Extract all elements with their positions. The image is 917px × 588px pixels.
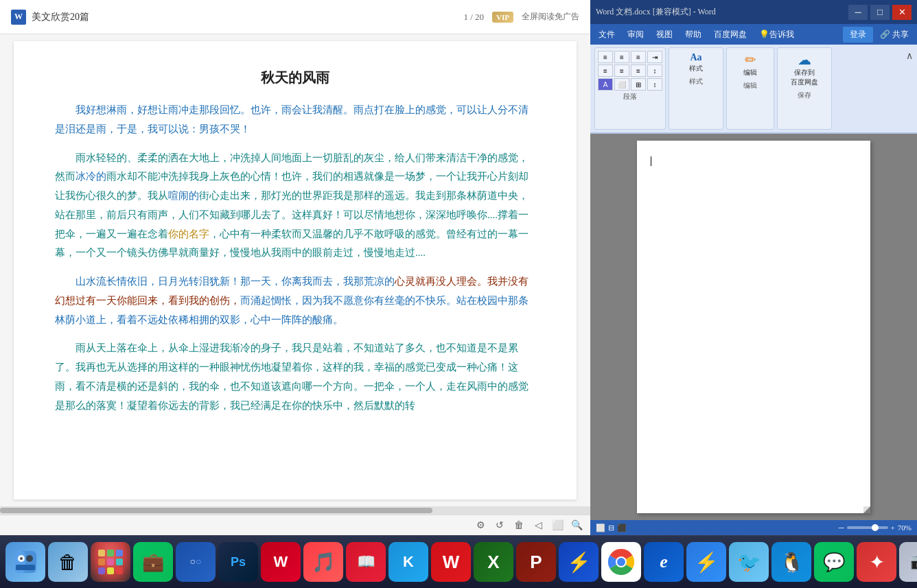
- doc-scrollbar-thumb[interactable]: [0, 508, 432, 513]
- taskbar-icon-wps-x[interactable]: X: [474, 542, 513, 582]
- ribbon-para-label: 段落: [623, 92, 637, 102]
- ribbon-para-sort[interactable]: ↕: [647, 78, 662, 91]
- menu-share[interactable]: 🔗 共享: [874, 26, 914, 43]
- bottom-icon-search[interactable]: 🔍: [570, 519, 583, 532]
- ribbon-para-col[interactable]: ⊞: [631, 78, 646, 91]
- zoom-slider[interactable]: [847, 526, 888, 529]
- taskbar-icon-screen[interactable]: 📷: [899, 542, 917, 582]
- doc-title-left: W 美文欣赏20篇: [11, 10, 89, 25]
- page-corner: [863, 506, 870, 513]
- win-minimize-btn[interactable]: ─: [848, 5, 868, 20]
- svg-point-3: [26, 555, 33, 562]
- doc-bottom-bar: ⚙ ↺ 🗑 ◁ ⬜ 🔍: [0, 515, 590, 535]
- paragraph-2: 雨水轻轻的、柔柔的洒在大地上，冲洗掉人间地面上一切脏乱的灰尘，给人们带来清洁干净…: [55, 149, 535, 263]
- ribbon-style-btns: Aa 样式: [681, 51, 711, 75]
- ribbon-edit-btn[interactable]: ✏ 编辑: [735, 51, 765, 80]
- bottom-icon-1[interactable]: ⚙: [474, 519, 487, 532]
- taskbar-icon-ie[interactable]: e: [644, 542, 684, 582]
- taskbar-icon-trash[interactable]: 🗑: [48, 542, 88, 582]
- view-icon-2[interactable]: ⊟: [608, 524, 614, 532]
- ribbon-para-align2[interactable]: ≡: [614, 64, 629, 77]
- bottom-icon-5[interactable]: ⬜: [550, 519, 564, 532]
- vip-badge[interactable]: VIP: [492, 12, 513, 23]
- ribbon-para-list2[interactable]: ≡: [614, 51, 629, 63]
- word-cursor: [651, 156, 651, 166]
- word-login-button[interactable]: 登录: [843, 27, 873, 43]
- page-indicator: 1 / 20: [463, 12, 484, 23]
- taskbar-icon-thunder2[interactable]: ⚡: [686, 542, 726, 582]
- ribbon-save-label: 保存: [798, 91, 811, 100]
- ribbon-para-border[interactable]: ⬜: [614, 78, 629, 91]
- svg-point-6: [19, 556, 21, 558]
- ribbon-group-paragraph: ≡ ≡ ≡ ⇥ ≡ ≡ ≡ ↕ A ⬜ ⊞ ↕: [594, 47, 666, 130]
- bottom-icon-3[interactable]: 🗑: [512, 519, 526, 532]
- word-panel: Word 文档.docx [兼容模式] - Word ─ □ ✕ 文件 审阅 视…: [590, 0, 917, 535]
- taskbar-icon-qq[interactable]: 🐧: [771, 542, 811, 582]
- taskbar-icon-oo[interactable]: ○ ○: [176, 542, 216, 582]
- doc-titlebar: W 美文欣赏20篇 1 / 20 VIP 全屏阅读免广告: [0, 0, 590, 34]
- ribbon-para-spacing[interactable]: ↕: [647, 64, 662, 77]
- taskbar-icon-wps-w[interactable]: W: [431, 542, 471, 582]
- taskbar-icon-red[interactable]: 📖: [346, 542, 386, 582]
- doc-w-icon: W: [11, 10, 26, 25]
- ribbon-para-btns: ≡ ≡ ≡ ⇥ ≡ ≡ ≡ ↕ A ⬜ ⊞ ↕: [598, 51, 662, 91]
- taskbar: 🗑 💼 ○ ○ Ps W 🎵 📖 K W X: [0, 535, 917, 588]
- bottom-icon-2[interactable]: ↺: [493, 519, 507, 532]
- taskbar-icon-chrome[interactable]: [601, 542, 641, 582]
- menu-telme[interactable]: 💡告诉我: [754, 26, 800, 43]
- taskbar-icon-music[interactable]: 🎵: [303, 542, 343, 582]
- taskbar-icon-thunder[interactable]: ⚡: [559, 542, 599, 582]
- taskbar-icon-wechat-work[interactable]: 💼: [133, 542, 173, 582]
- svg-point-9: [617, 558, 625, 566]
- word-document[interactable]: [590, 134, 917, 520]
- svg-rect-4: [16, 565, 35, 570]
- paragraph-3: 山水流长情依旧，日月光转泪犹新！那一天，你离我而去，我那荒凉的心灵就再没人理会。…: [55, 272, 535, 329]
- ribbon-para-shade[interactable]: A: [598, 78, 613, 91]
- doc-content[interactable]: 秋天的风雨 我好想淋雨，好想让雨冲走那段回忆。也许，雨会让我清醒。雨点打在脸上的…: [14, 41, 577, 499]
- taskbar-icon-wps[interactable]: W: [261, 542, 301, 582]
- taskbar-icon-bird[interactable]: 🐦: [729, 542, 769, 582]
- word-ribbon: ≡ ≡ ≡ ⇥ ≡ ≡ ≡ ↕ A ⬜ ⊞ ↕: [590, 45, 917, 134]
- ribbon-para-align1[interactable]: ≡: [598, 64, 613, 77]
- word-win-controls: ─ □ ✕: [848, 5, 912, 20]
- fullscreen-btn[interactable]: 全屏阅读免广告: [522, 11, 579, 23]
- ribbon-para-align3[interactable]: ≡: [631, 64, 646, 77]
- document-area: W 美文欣赏20篇 1 / 20 VIP 全屏阅读免广告 秋天的风雨 我好想淋雨…: [0, 0, 590, 535]
- doc-nav: 1 / 20 VIP 全屏阅读免广告: [463, 11, 579, 23]
- menu-baidu[interactable]: 百度网盘: [708, 26, 752, 43]
- word-page: [637, 141, 870, 513]
- view-icon-3[interactable]: ⬛: [617, 524, 627, 532]
- taskbar-icon-xmind[interactable]: ✦: [857, 542, 896, 582]
- ribbon-styles-btn[interactable]: Aa 样式: [681, 51, 711, 75]
- taskbar-icon-launchpad[interactable]: [91, 542, 130, 582]
- ribbon-save-btns: ☁ 保存到 百度网盘: [787, 51, 822, 89]
- zoom-out-btn[interactable]: ─: [839, 524, 844, 532]
- bottom-icon-4[interactable]: ◁: [531, 519, 545, 532]
- win-maximize-btn[interactable]: □: [870, 5, 890, 20]
- taskbar-icon-kuai[interactable]: K: [388, 542, 428, 582]
- taskbar-icon-wechat[interactable]: 💬: [814, 542, 854, 582]
- ribbon-edit-label: 编辑: [743, 81, 757, 91]
- ribbon-para-list1[interactable]: ≡: [598, 51, 613, 63]
- zoom-controls: ─ + 70%: [839, 524, 912, 532]
- menu-review[interactable]: 审阅: [622, 26, 649, 43]
- view-mode-icons: ⬜ ⊟ ⬛: [596, 524, 627, 532]
- ribbon-collapse-btn[interactable]: ∧: [906, 50, 913, 61]
- view-icon-1[interactable]: ⬜: [596, 524, 605, 532]
- zoom-in-btn[interactable]: +: [891, 524, 895, 532]
- menu-file[interactable]: 文件: [593, 26, 620, 43]
- win-close-btn[interactable]: ✕: [892, 5, 912, 20]
- ribbon-save-btn[interactable]: ☁ 保存到 百度网盘: [787, 51, 822, 89]
- taskbar-icon-wps-p[interactable]: P: [516, 542, 556, 582]
- doc-scrollbar[interactable]: [0, 506, 590, 515]
- menu-view[interactable]: 视图: [651, 26, 678, 43]
- ribbon-styles-label: 样式: [689, 77, 703, 86]
- taskbar-icon-finder[interactable]: [5, 542, 45, 582]
- menu-help[interactable]: 帮助: [680, 26, 707, 43]
- ribbon-group-save: ☁ 保存到 百度网盘 保存: [777, 47, 832, 130]
- taskbar-icon-ps[interactable]: Ps: [218, 542, 258, 582]
- ribbon-para-indent[interactable]: ⇥: [647, 51, 662, 63]
- doc-title-text: 美文欣赏20篇: [32, 11, 89, 23]
- ribbon-para-list3[interactable]: ≡: [631, 51, 646, 63]
- zoom-level: 70%: [898, 524, 912, 532]
